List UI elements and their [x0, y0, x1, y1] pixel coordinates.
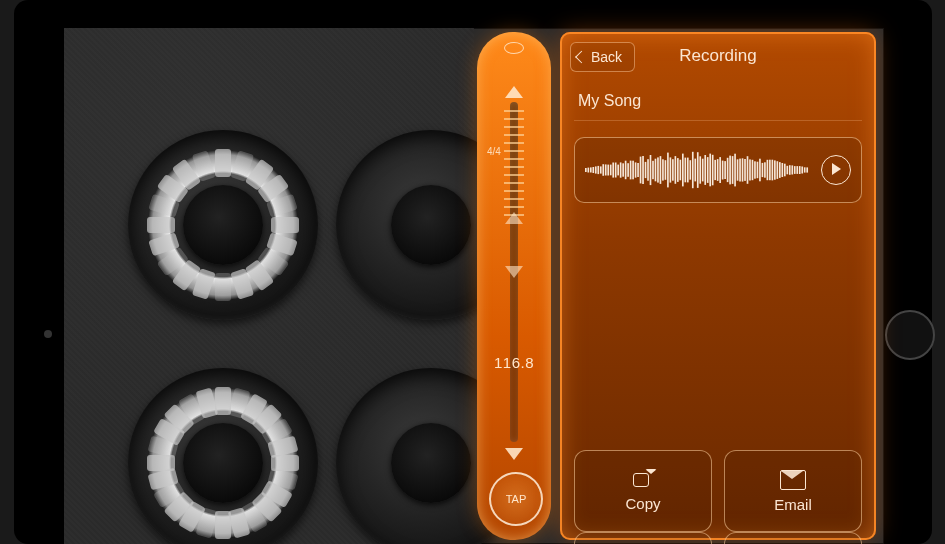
svg-rect-67	[752, 160, 754, 180]
svg-rect-27	[652, 161, 654, 179]
svg-rect-33	[667, 153, 669, 188]
svg-rect-44	[694, 159, 696, 182]
svg-rect-62	[739, 159, 741, 182]
tap-tempo-button[interactable]: TAP	[489, 472, 543, 526]
svg-rect-89	[806, 167, 808, 172]
view-toggle-icon[interactable]	[504, 42, 524, 54]
svg-rect-70	[759, 159, 761, 182]
action-row-1: Copy Email	[574, 450, 862, 532]
svg-rect-7	[602, 164, 604, 176]
svg-rect-39	[682, 154, 684, 187]
waveform-icon	[585, 147, 813, 193]
svg-rect-82	[789, 165, 791, 175]
svg-rect-66	[749, 159, 751, 180]
svg-rect-1	[587, 168, 589, 173]
svg-rect-61	[737, 159, 739, 180]
email-button[interactable]: Email	[724, 450, 862, 532]
play-button[interactable]	[821, 155, 851, 185]
svg-rect-11	[612, 163, 614, 178]
action-button-4[interactable]	[724, 532, 862, 544]
pad-center	[183, 423, 263, 503]
tempo-decrease-icon[interactable]	[505, 448, 523, 460]
bpm-readout: 116.8	[477, 354, 551, 371]
svg-rect-31	[662, 159, 664, 180]
svg-rect-38	[680, 160, 682, 181]
svg-rect-57	[727, 158, 729, 182]
svg-rect-34	[670, 157, 672, 182]
svg-rect-77	[777, 161, 779, 179]
svg-rect-3	[592, 167, 594, 173]
svg-rect-88	[804, 167, 806, 172]
svg-rect-74	[769, 160, 771, 181]
svg-rect-56	[724, 161, 726, 179]
svg-rect-59	[732, 156, 734, 184]
pad-center	[391, 185, 471, 265]
svg-rect-79	[781, 163, 783, 177]
song-name-text: My Song	[578, 92, 641, 109]
svg-rect-9	[607, 165, 609, 176]
svg-rect-4	[595, 166, 597, 173]
svg-rect-24	[645, 162, 647, 178]
svg-rect-54	[719, 157, 721, 183]
email-icon	[780, 470, 806, 490]
svg-rect-51	[712, 155, 714, 186]
svg-rect-15	[622, 163, 624, 176]
pad-center	[183, 185, 263, 265]
copy-button[interactable]: Copy	[574, 450, 712, 532]
svg-rect-25	[647, 159, 649, 181]
svg-rect-16	[625, 161, 627, 180]
recording-panel: Back Recording My Song Copy	[560, 32, 876, 540]
svg-rect-46	[699, 156, 701, 183]
action-button-3[interactable]	[574, 532, 712, 544]
time-signature-label: 4/4	[487, 147, 499, 157]
svg-rect-69	[757, 162, 759, 179]
svg-rect-20	[635, 162, 637, 177]
svg-rect-37	[677, 158, 679, 182]
drum-pad-grid	[64, 28, 474, 544]
panel-header: Back Recording	[560, 32, 876, 80]
svg-rect-21	[637, 163, 639, 177]
svg-rect-23	[642, 156, 644, 184]
waveform-row[interactable]	[574, 137, 862, 203]
svg-rect-84	[794, 166, 796, 174]
front-camera	[44, 330, 52, 338]
svg-rect-10	[610, 165, 612, 176]
svg-rect-78	[779, 162, 781, 178]
home-button[interactable]	[885, 310, 935, 360]
drum-pad-1[interactable]	[128, 130, 318, 320]
svg-rect-45	[697, 152, 699, 188]
svg-rect-86	[799, 166, 801, 174]
chevron-down-icon	[505, 266, 523, 278]
svg-rect-0	[585, 168, 587, 172]
svg-rect-13	[617, 165, 619, 176]
svg-rect-17	[627, 163, 629, 177]
svg-rect-64	[744, 159, 746, 181]
svg-rect-48	[704, 155, 706, 185]
svg-rect-50	[709, 154, 711, 187]
svg-rect-36	[675, 156, 677, 184]
svg-rect-2	[590, 167, 592, 172]
svg-rect-32	[665, 160, 667, 180]
tablet-frame: 4/4 116.8 TAP Back Recording My Song	[14, 0, 932, 544]
drum-pad-3[interactable]	[128, 368, 318, 544]
copy-icon	[631, 471, 655, 489]
song-name-field[interactable]: My Song	[574, 82, 862, 121]
svg-rect-72	[764, 162, 766, 177]
svg-rect-60	[734, 154, 736, 187]
svg-rect-6	[600, 166, 602, 173]
action-row-2	[574, 532, 862, 544]
svg-rect-52	[714, 160, 716, 180]
svg-rect-30	[660, 156, 662, 184]
svg-rect-87	[801, 167, 803, 174]
tempo-increase-icon[interactable]	[505, 86, 523, 98]
tempo-control[interactable]: 4/4 116.8 TAP	[477, 32, 551, 540]
chevron-up-icon	[505, 212, 523, 224]
svg-rect-81	[786, 166, 788, 175]
svg-rect-28	[655, 159, 657, 182]
svg-rect-14	[620, 162, 622, 177]
back-label: Back	[591, 49, 622, 65]
back-button[interactable]: Back	[570, 42, 635, 72]
svg-rect-68	[754, 161, 756, 178]
svg-rect-65	[747, 156, 749, 184]
pad-center	[391, 423, 471, 503]
